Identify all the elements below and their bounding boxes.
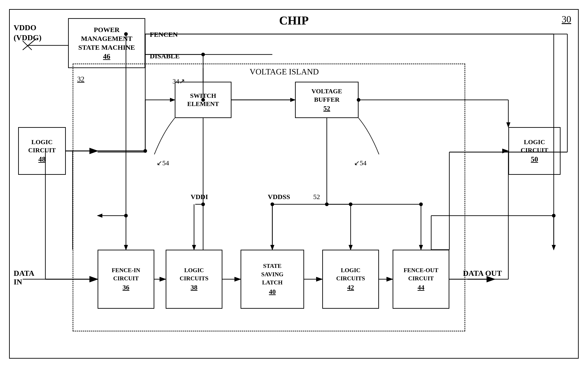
logic-circuits-42-box: LOGICCIRCUITS 42 — [322, 250, 379, 309]
num-54-b: ↙54 — [354, 159, 367, 167]
data-out-label: DATA OUT — [463, 269, 502, 278]
voltage-buffer-box: VOLTAGEBUFFER 52 — [295, 82, 359, 118]
vddi-label: VDDI — [191, 193, 208, 201]
switch-element-label: SWITCHELEMENT — [187, 92, 219, 108]
state-saving-label: STATESAVINGLATCH — [261, 262, 284, 287]
num-52: 52 — [313, 193, 320, 201]
chip-number: 30 — [562, 14, 571, 25]
voltage-island-number: 32 — [77, 75, 84, 83]
fence-out-number: 44 — [418, 283, 424, 292]
vddo-label: VDDO(VDDG) — [14, 23, 42, 43]
fence-out-box: FENCE-OUTCIRCUIT 44 — [393, 250, 449, 309]
logic-circuits-42-number: 42 — [347, 283, 354, 292]
fence-in-number: 36 — [123, 283, 129, 292]
fence-out-label: FENCE-OUTCIRCUIT — [403, 266, 438, 283]
switch-element-box: SWITCHELEMENT — [175, 82, 231, 118]
num-34: 34↗ — [173, 77, 185, 85]
logic-circuits-42-label: LOGICCIRCUITS — [336, 266, 365, 283]
disable-label: DISABLE — [150, 52, 180, 60]
fencen-label: FENCEN — [150, 31, 178, 38]
num-54-a: ↙54 — [157, 159, 169, 167]
state-saving-latch-box: STATESAVINGLATCH 40 — [241, 250, 304, 309]
logic-circuit-50-box: LOGICCIRCUIT 50 — [508, 127, 560, 175]
state-saving-number: 40 — [269, 287, 276, 296]
fence-in-box: FENCE-INCIRCUIT 36 — [97, 250, 154, 309]
logic-circuits-38-box: LOGICCIRCUITS 38 — [166, 250, 222, 309]
lc48-label: LOGICCIRCUIT — [28, 138, 55, 154]
voltage-buffer-label: VOLTAGEBUFFER — [311, 87, 342, 104]
voltage-buffer-number: 52 — [323, 104, 330, 112]
lc50-number: 50 — [531, 154, 538, 164]
data-in-label: DATAIN — [14, 269, 34, 286]
pm-box: POWERMANAGEMENTSTATE MACHINE 46 — [68, 18, 145, 68]
logic-circuits-38-number: 38 — [191, 283, 197, 292]
pm-number: 46 — [103, 52, 110, 61]
logic-circuit-48-box: LOGICCIRCUIT 48 — [18, 127, 66, 175]
lc48-number: 48 — [38, 154, 46, 164]
chip-label: CHIP — [279, 14, 309, 27]
lc50-label: LOGICCIRCUIT — [521, 138, 548, 154]
pm-label: POWERMANAGEMENTSTATE MACHINE — [78, 25, 135, 52]
logic-circuits-38-label: LOGICCIRCUITS — [180, 266, 208, 283]
page: CHIP 30 VDDO(VDDG) POWERMANAGEMENTSTATE … — [0, 0, 588, 365]
fence-in-label: FENCE-INCIRCUIT — [112, 266, 140, 283]
voltage-island-label: VOLTAGE ISLAND — [250, 67, 319, 77]
vddss-label: VDDSS — [268, 193, 290, 201]
